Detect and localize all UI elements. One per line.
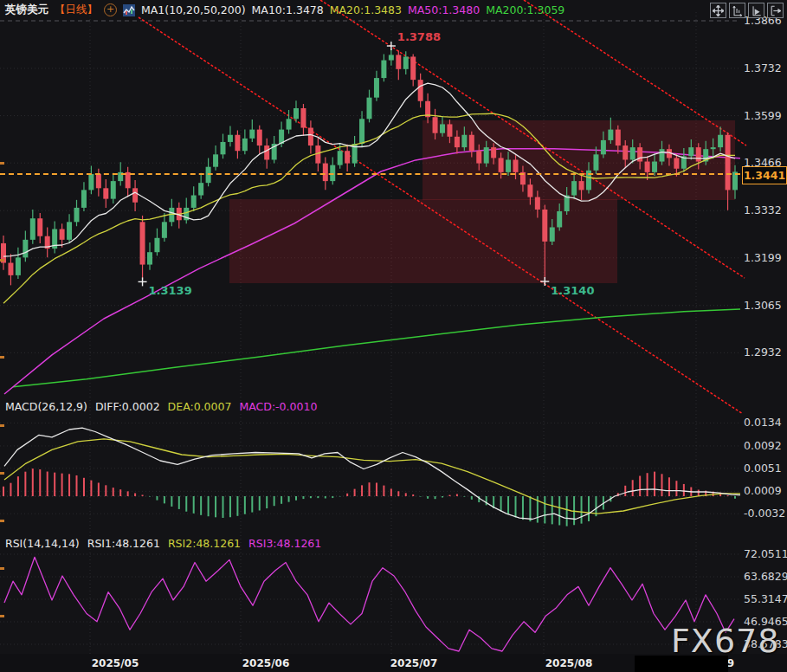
y-axis-label: 1.3599 — [744, 109, 782, 122]
axis-edge-tick — [0, 615, 4, 617]
axis-edge-tick — [0, 472, 4, 475]
macd-diff-value: DIFF:0.0002 — [95, 400, 160, 413]
ma-group-label: MA1(10,20,50,200) — [141, 3, 246, 16]
y-axis-label: 72.0511 — [744, 547, 787, 560]
y-axis-label: 63.6829 — [744, 570, 787, 583]
y-axis-label: 1.3732 — [744, 61, 782, 74]
axis-edge-tick — [0, 259, 4, 262]
axis-zoom-icon[interactable] — [729, 3, 745, 18]
trading-app: 1.37881.31391.3140 英镑美元 【日线】 + MA1(10,20… — [0, 0, 787, 672]
rsi1-value: RSI1:48.1261 — [87, 537, 160, 550]
exit-fullscreen-icon[interactable] — [767, 3, 784, 18]
mini-chart-icon[interactable] — [123, 4, 135, 16]
rsi-title: RSI(14,14,14) — [5, 537, 80, 550]
symbol-title: 英镑美元 — [5, 3, 48, 17]
axis-edge-tick — [0, 567, 4, 570]
rsi-label-row: RSI(14,14,14) RSI1:48.1261 RSI2:48.1261 … — [5, 537, 321, 550]
price-annotation: 1.3139 — [149, 284, 192, 297]
ma10-value: MA10:1.3478 — [252, 3, 324, 16]
axis-edge-tick — [0, 356, 4, 359]
ma50-value: MA50:1.3480 — [408, 3, 480, 16]
y-axis-label: 55.3147 — [744, 592, 787, 605]
y-axis-label: 0.0051 — [744, 462, 782, 475]
macd-dea-value: DEA:0.0007 — [168, 400, 232, 413]
y-axis-label: -0.0032 — [744, 507, 785, 520]
chart-header: 英镑美元 【日线】 + MA1(10,20,50,200) MA10:1.347… — [5, 3, 564, 17]
y-axis-label: 0.0134 — [744, 416, 782, 429]
move-icon[interactable] — [710, 3, 726, 18]
x-axis-label: 2025/05 — [92, 657, 139, 669]
price-annotation: 1.3140 — [551, 284, 594, 297]
axis-edge-tick — [0, 424, 4, 427]
y-axis-label: 0.0009 — [744, 484, 782, 497]
rsi2-value: RSI2:48.1261 — [168, 537, 241, 550]
x-axis-label: 2025/06 — [242, 657, 289, 669]
y-axis-label: 1.3065 — [744, 299, 782, 312]
period-tag[interactable]: 【日线】 — [55, 3, 98, 17]
add-indicator-icon[interactable]: + — [104, 3, 117, 16]
x-axis-label: 2025/07 — [390, 657, 437, 669]
macd-title: MACD(26,12,9) — [5, 400, 87, 413]
y-axis-label: 1.3332 — [744, 204, 782, 216]
y-axis-label: 1.2932 — [744, 346, 782, 359]
chart-toolbar — [710, 3, 784, 18]
ma200-value: MA200:1.3059 — [486, 3, 564, 16]
x-axis-label: 2025/08 — [545, 657, 592, 669]
y-axis-label: 1.3199 — [744, 251, 782, 264]
macd-label-row: MACD(26,12,9) DIFF:0.0002 DEA:0.0007 MAC… — [5, 400, 317, 413]
axis-mask — [635, 656, 728, 672]
price-annotation: 1.3788 — [397, 30, 441, 43]
axis-play-icon[interactable] — [748, 3, 764, 18]
axis-edge-tick — [0, 520, 4, 522]
ma20-value: MA20:1.3483 — [330, 3, 402, 16]
macd-macd-value: MACD:-0.0010 — [239, 400, 317, 413]
current-price-line — [0, 173, 740, 175]
axis-edge-tick — [0, 162, 4, 165]
y-axis-label: 0.0092 — [744, 439, 782, 452]
rsi3-value: RSI3:48.1261 — [248, 537, 321, 550]
current-price-badge: 1.3441 — [742, 166, 787, 184]
chart-plot-area[interactable]: 1.37881.31391.3140 — [0, 0, 787, 672]
watermark: FX678 — [671, 622, 779, 660]
